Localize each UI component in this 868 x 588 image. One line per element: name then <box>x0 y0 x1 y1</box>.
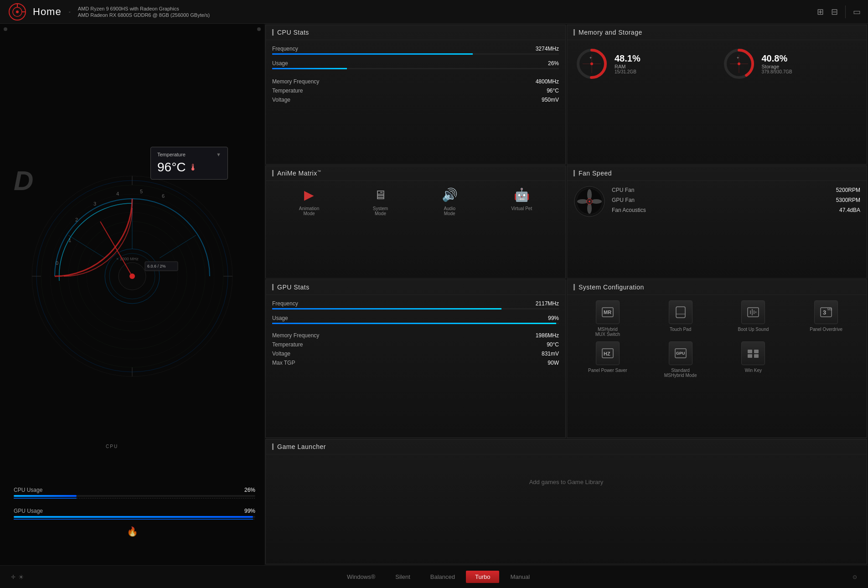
system-mode-item[interactable]: 🖥 SystemMode <box>373 187 388 216</box>
system-config-body: MR MSHybridMUX Switch Touch Pad <box>567 295 867 383</box>
standard-mshybrid-item[interactable]: GPU StandardMSHybrid Mode <box>646 341 715 378</box>
tab-manual[interactable]: Manual <box>501 571 539 583</box>
gpu-tgp-row: Max TGP 90W <box>272 360 559 366</box>
gpu-stats-title: GPU Stats <box>277 284 310 291</box>
system-config-title: System Configuration <box>579 284 644 291</box>
mux-switch-item[interactable]: MR MSHybridMUX Switch <box>574 300 642 337</box>
gpu-voltage-row: Voltage 831mV <box>272 351 559 357</box>
cpu-memfreq-row: Memory Frequency 4800MHz <box>272 78 559 85</box>
corner-dot-tr <box>257 27 261 31</box>
animation-mode-item[interactable]: ▶ AnimationMode <box>299 187 319 216</box>
virtual-pet-item[interactable]: 🤖 Virtual Pet <box>511 187 532 216</box>
fan-speed-title: Fan Speed <box>579 170 612 177</box>
win-key-item[interactable]: Win Key <box>719 341 788 378</box>
gpu-usage-row: GPU Usage 99% <box>14 508 255 520</box>
svg-rect-72 <box>754 350 759 353</box>
accent-bar <box>272 170 274 176</box>
performance-tabs: Windows® Silent Balanced Turbo Manual <box>338 571 539 583</box>
fan-acoustics-row: Fan Acoustics 47.4dBA <box>612 207 860 213</box>
corner-dot-tl <box>4 27 7 31</box>
speaker-icon: 🔊 <box>442 187 458 202</box>
cpu-voltage-row: Voltage 950mV <box>272 97 559 103</box>
temp-popup-close[interactable]: ▼ <box>216 152 221 157</box>
tab-turbo[interactable]: Turbo <box>466 571 499 583</box>
gpu-usage-stat-row: Usage 99% <box>272 315 559 321</box>
cpu-freq-row: Frequency 3274MHz <box>272 46 559 52</box>
temp-popup-value: 96°C <box>157 160 186 175</box>
fan-stats: CPU Fan 5200RPM GPU Fan 5300RPM Fan Acou… <box>612 187 860 217</box>
gpu-usage-value: 99% <box>244 508 255 514</box>
touchpad-icon <box>669 300 692 324</box>
cpu-freq-bar <box>272 53 559 55</box>
virtual-pet-label: Virtual Pet <box>511 206 532 211</box>
monitor-icon[interactable]: ⊟ <box>831 7 838 17</box>
panel-overdrive-item[interactable]: 3 MS Panel Overdrive <box>792 300 860 337</box>
touchpad-item[interactable]: Touch Pad <box>646 300 715 337</box>
panel-overdrive-icon: 3 MS <box>814 300 838 324</box>
fan-visual <box>574 186 605 219</box>
fire-icon: 🔥 <box>127 526 138 537</box>
system-info: AMD Ryzen 9 6900HS with Radeon Graphics … <box>78 6 210 18</box>
cpu-usage-row: CPU Usage 26% <box>14 487 255 499</box>
tab-balanced[interactable]: Balanced <box>421 571 464 583</box>
boot-sound-item[interactable]: Boot Up Sound <box>719 300 788 337</box>
svg-point-29 <box>129 273 135 279</box>
temperature-popup: Temperature ▼ 96°C 🌡 <box>150 147 228 180</box>
cpu-progress-track <box>14 495 255 497</box>
anime-body: ▶ AnimationMode 🖥 SystemMode 🔊 AudioMode… <box>266 181 565 222</box>
svg-point-54 <box>589 201 590 202</box>
game-launcher-header: Game Launcher <box>266 439 867 454</box>
svg-text:HZ: HZ <box>604 351 610 356</box>
audio-mode-item[interactable]: 🔊 AudioMode <box>442 187 458 216</box>
animation-mode-label: AnimationMode <box>299 206 319 216</box>
gpu-temp-row: Temperature 90°C <box>272 341 559 348</box>
svg-rect-59 <box>748 308 759 317</box>
header: Home - AMD Ryzen 9 6900HS with Radeon Gr… <box>0 0 868 24</box>
tab-silent[interactable]: Silent <box>386 571 419 583</box>
svg-point-2 <box>16 10 19 13</box>
robot-icon: 🤖 <box>514 187 530 202</box>
svg-text:MR: MR <box>604 309 611 315</box>
main-content: 1 2 3 4 5 6 0 × 1000 MHz <box>0 24 868 565</box>
memory-storage-title: Memory and Storage <box>579 29 642 36</box>
standard-mshybrid-icon: GPU <box>669 341 692 365</box>
svg-rect-57 <box>676 307 685 318</box>
gpu-progress-fill <box>14 516 253 518</box>
storage-group: + 40.8% Storage 379.8/930.7GB <box>721 46 861 82</box>
accent-bar <box>574 29 575 36</box>
panel-power-saver-item[interactable]: HZ Panel Power Saver <box>574 341 642 378</box>
accent-bar <box>272 29 274 36</box>
system-mode-label: SystemMode <box>373 206 388 216</box>
divider <box>845 5 846 18</box>
adjust-icon: ⊙ <box>852 574 857 580</box>
svg-line-31 <box>160 235 196 258</box>
thermometer-icon: 🌡 <box>189 162 198 173</box>
cpu-usage-bar <box>272 68 559 69</box>
tablet-icon[interactable]: ▭ <box>853 7 861 17</box>
svg-point-50 <box>591 199 602 204</box>
gpu-fan-row: GPU Fan 5300RPM <box>612 197 860 203</box>
gpu-freq-bar <box>272 308 559 309</box>
gpu-stats-header: GPU Stats <box>266 280 565 295</box>
game-launcher-panel: Game Launcher Add games to Game Library <box>265 439 867 564</box>
win-key-icon <box>741 341 765 365</box>
svg-line-28 <box>100 222 132 276</box>
header-icons: ⊞ ⊟ ▭ <box>817 5 861 18</box>
gpu-memfreq-row: Memory Frequency 1986MHz <box>272 332 559 339</box>
game-launcher-title: Game Launcher <box>277 443 326 450</box>
gpu-freq-row: Frequency 2117MHz <box>272 300 559 307</box>
cpu-stats-title: CPU Stats <box>277 29 309 36</box>
svg-point-45 <box>738 62 740 65</box>
accent-bar <box>574 170 575 176</box>
svg-text:6.0.6 / 2%: 6.0.6 / 2% <box>147 264 166 268</box>
gpu-usage-label: GPU Usage <box>14 508 43 514</box>
plus-icon: ✛ <box>11 574 16 580</box>
svg-text:3: 3 <box>823 309 826 316</box>
svg-text:GPU: GPU <box>676 351 685 356</box>
layout-icon[interactable]: ⊞ <box>817 7 824 17</box>
app-title: Home <box>33 6 62 18</box>
anime-matrix-header: AniMe Matrix™ <box>266 166 565 181</box>
tab-windows[interactable]: Windows® <box>338 571 384 583</box>
cpu-fan-row: CPU Fan 5200RPM <box>612 187 860 193</box>
fan-speed-panel: Fan Speed <box>567 165 867 279</box>
